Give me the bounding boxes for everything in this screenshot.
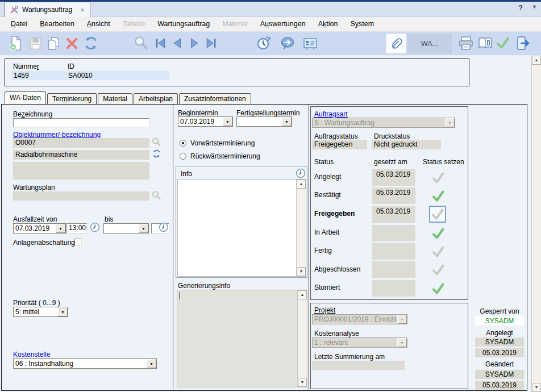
ausfallzeit-bis-datum-combo[interactable]: ▼ [103, 223, 149, 233]
status-set-cell[interactable] [430, 169, 447, 186]
vorwaertsterminierung-radio[interactable]: Vorwärtsterminierung [180, 139, 255, 147]
ausfallzeit-von-datum-combo[interactable]: 07.03.2019▼ [13, 223, 66, 233]
new-document-icon [8, 35, 24, 51]
new-record-button[interactable] [7, 34, 25, 52]
menu-ansicht[interactable]: Ansicht [81, 17, 116, 31]
gesetzt-am-column-header: gesetzt am [374, 158, 407, 166]
auftragsstatus-value: Freigegeben [312, 140, 367, 149]
geaendert-am-value: 05.03.2019 [475, 381, 524, 390]
documentation-button[interactable] [476, 34, 494, 52]
anlagenabschaltung-checkbox[interactable] [74, 239, 82, 246]
tab-arbeitsplan[interactable]: Arbeitsplan [134, 93, 178, 104]
main-scrollbar[interactable]: ▲ ▼ [531, 56, 541, 392]
history-clock-icon [256, 35, 272, 51]
paperclip-icon [389, 36, 403, 51]
contact-card-button[interactable] [301, 34, 319, 52]
objektnummer-link[interactable]: Objektnummer/-bezeichnung [13, 131, 101, 139]
status-set-cell[interactable] [430, 243, 447, 260]
status-date-field: 05.03.2019 [372, 169, 415, 186]
status-row-label: Angelegt [314, 173, 341, 181]
menu-wartungsauftrag[interactable]: Wartungsauftrag [151, 17, 216, 31]
clock-icon-bis[interactable] [159, 210, 169, 220]
tab-zusatzinformationen[interactable]: Zusatzinformationen [179, 93, 251, 104]
status-set-cell[interactable] [430, 280, 447, 297]
kostenanalyse-combo: 1 : relevant▼ [312, 337, 407, 348]
menu-auswertungen[interactable]: Auswertungen [254, 17, 312, 31]
save-icon [28, 36, 43, 51]
bis-label: bis [105, 215, 113, 223]
fertigstellungstermin-combo[interactable]: ▼ [236, 116, 292, 127]
status-set-cell[interactable] [429, 206, 446, 223]
auftragsart-link[interactable]: Auftragsart [314, 110, 348, 118]
refresh-object-icon[interactable] [152, 149, 161, 159]
refresh-button[interactable] [82, 34, 100, 52]
ausfallzeit-von-zeit-input[interactable]: 13:00 [66, 223, 87, 233]
help-button[interactable]: ? [518, 3, 523, 12]
info-textarea[interactable]: ▲ ▼ [177, 179, 306, 277]
print-button[interactable] [457, 34, 475, 52]
scroll-down-icon[interactable]: ▼ [298, 378, 307, 387]
bezeichnung-input[interactable] [13, 118, 149, 127]
history-button[interactable] [255, 34, 273, 52]
status-set-cell[interactable] [430, 225, 447, 242]
delete-button[interactable] [63, 34, 81, 52]
search-lookup-icon[interactable] [151, 137, 161, 147]
status-set-cell[interactable] [430, 261, 447, 278]
kostenstelle-combo[interactable]: 06 : Instandhaltung▼ [13, 358, 157, 369]
close-icon[interactable]: × [80, 6, 85, 14]
copy-button[interactable] [44, 34, 63, 52]
druckstatus-label: Druckstatus [374, 132, 410, 140]
generierungsinfo-scrollbar[interactable]: ▲ ▼ [297, 290, 307, 387]
menu-bearbeiten[interactable]: Bearbeiten [34, 17, 80, 31]
scroll-up-icon[interactable]: ▲ [298, 290, 307, 299]
attachments-button[interactable] [386, 34, 406, 53]
tab-material[interactable]: Material [98, 93, 132, 104]
search-lookup-icon[interactable] [151, 190, 161, 201]
dropdown-button[interactable]: ▼ [147, 359, 156, 368]
menu-system[interactable]: System [344, 17, 380, 31]
status-date-field: 05.03.2019 [372, 206, 415, 223]
wa-quick-button[interactable]: WA... [407, 34, 452, 53]
forward-message-button[interactable] [278, 34, 297, 52]
clock-icon[interactable] [90, 222, 100, 232]
nummer-label: Nummer [13, 62, 39, 70]
wartungsplan-field [13, 191, 149, 201]
nummer-value[interactable]: 1459 [11, 71, 65, 80]
next-record-button[interactable] [185, 34, 203, 52]
dropdown-button: ▼ [397, 315, 407, 324]
clock-icon[interactable] [296, 168, 306, 178]
id-value[interactable]: SA0010 [66, 71, 169, 80]
beginntermin-combo[interactable]: 07.03.2019▼ [178, 116, 233, 127]
prioritaet-combo[interactable]: 5: mittel▼ [13, 307, 68, 317]
scroll-up-icon[interactable]: ▲ [532, 56, 541, 65]
generierungsinfo-textarea[interactable]: ▲ ▼ [177, 290, 307, 387]
document-tab-wartungsauftrag[interactable]: Wartungsauftrag × [4, 2, 90, 17]
first-record-button[interactable] [151, 34, 169, 52]
confirm-button[interactable] [494, 34, 512, 52]
letzte-summierung-label: Letzte Summierung am [314, 353, 385, 361]
search-button[interactable] [132, 34, 150, 52]
rueckwaertsterminierung-radio[interactable]: Rückwärtsterminierung [180, 152, 260, 160]
projekt-link[interactable]: Projekt [314, 306, 335, 314]
tab-wa-daten[interactable]: WA-Daten [5, 91, 46, 104]
scroll-down-icon[interactable]: ▼ [532, 383, 541, 392]
last-record-button[interactable] [202, 34, 220, 52]
previous-record-button[interactable] [168, 34, 186, 52]
dropdown-button[interactable]: ▼ [56, 224, 65, 233]
scroll-down-icon[interactable]: ▼ [297, 267, 306, 276]
menu-datei[interactable]: Datei [5, 17, 34, 31]
auftragsart-combo: S : Wartungsauftrag▼ [312, 118, 455, 128]
save-button [26, 34, 44, 52]
exit-button[interactable] [514, 34, 532, 52]
status-set-cell[interactable] [430, 187, 447, 205]
scroll-up-icon[interactable]: ▲ [297, 180, 306, 189]
dropdown-button[interactable]: ▼ [139, 224, 148, 233]
tab-terminierung[interactable]: Terminierung [47, 93, 97, 104]
dropdown-button[interactable]: ▼ [58, 307, 68, 316]
kostenstelle-label[interactable]: Kostenstelle [13, 351, 50, 358]
dropdown-button[interactable]: ▼ [223, 117, 232, 126]
dropdown-button[interactable]: ▼ [282, 117, 292, 126]
menu-aktion[interactable]: Aktion [312, 17, 344, 31]
info-scrollbar[interactable]: ▲ ▼ [296, 180, 306, 276]
chevron-down-icon[interactable]: ▼ [532, 4, 537, 10]
